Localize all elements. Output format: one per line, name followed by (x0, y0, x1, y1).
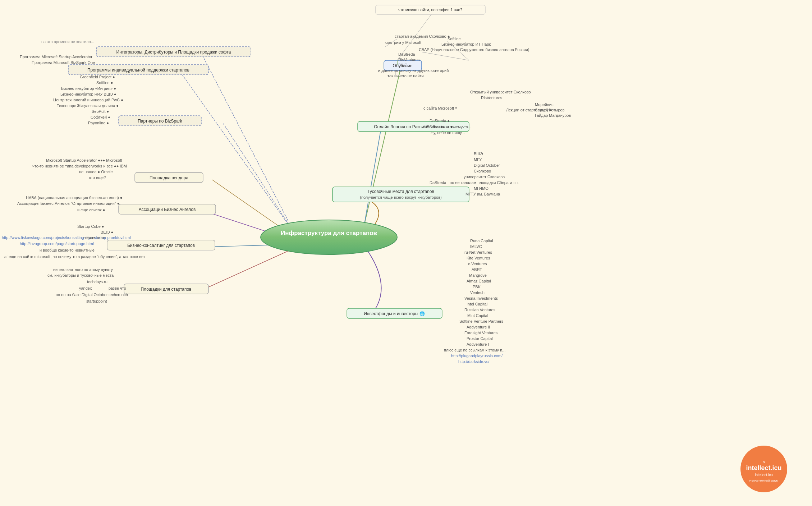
svg-text:Открытый университет Сколково: Открытый университет Сколково (470, 90, 531, 94)
svg-text:Addventure II: Addventure II (467, 325, 490, 329)
svg-text:Almaz Capital: Almaz Capital (467, 279, 491, 283)
svg-text:Greenfield Project ●: Greenfield Project ● (80, 75, 115, 79)
svg-text:Технопарк Жигулевская долина ●: Технопарк Жигулевская долина ● (57, 104, 119, 108)
svg-text:а! еще на сайте microsoft, но : а! еще на сайте microsoft, но почему-то … (4, 254, 145, 259)
svg-text:Программа Microsoft BizSpark O: Программа Microsoft BizSpark One (32, 60, 95, 65)
svg-text:Ventech: Ventech (470, 290, 485, 295)
svg-text:techcrunch: techcrunch (109, 293, 128, 297)
svg-text:плюс еще по ссылкам к этому п.: плюс еще по ссылкам к этому п... (444, 348, 505, 352)
svg-text:с сайта Microsoft =: с сайта Microsoft = (423, 106, 458, 110)
svg-text:Kite Ventures: Kite Ventures (467, 256, 490, 260)
svg-text:на это времени не хватило...: на это времени не хватило... (41, 40, 94, 44)
svg-text:ВШЭ: ВШЭ (398, 63, 407, 67)
svg-text:http://www.liskovskogo.com/pro: http://www.liskovskogo.com/projects/kons… (2, 235, 131, 240)
svg-text:Digital October: Digital October (474, 163, 500, 167)
svg-text:стартап-академия Сколково ●: стартап-академия Сколково ● (395, 34, 450, 38)
svg-text:и еще список ●: и еще список ● (77, 208, 105, 212)
svg-text:Программа Microsoft Startup Ac: Программа Microsoft Startup Accelerator (20, 55, 92, 59)
svg-text:МГТУ им. Баумана: МГТУ им. Баумана (465, 192, 500, 196)
svg-text:что можно найти, посерфив 1 ча: что можно найти, посерфив 1 час? (398, 8, 462, 12)
svg-text:Программы индивидуальной подде: Программы индивидуальной поддержки старт… (87, 68, 189, 73)
svg-text:Инфраструктура для стартапов: Инфраструктура для стартапов (281, 230, 377, 236)
svg-text:кто еще?: кто еще? (89, 175, 106, 180)
svg-text:Бизнес-инкубатор «Ингрия» ●: Бизнес-инкубатор «Ингрия» ● (61, 86, 116, 91)
svg-text:но он на базе Digital October: но он на базе Digital October (56, 293, 108, 297)
svg-text:e.Ventures: e.Ventures (468, 262, 487, 266)
svg-text:Vesna Investments: Vesna Investments (464, 296, 498, 300)
svg-text:Payonline ●: Payonline ● (88, 121, 109, 125)
svg-text:RisVentures: RisVentures (481, 96, 503, 100)
svg-text:Startup Cube ●: Startup Cube ● (77, 224, 104, 229)
svg-text:Сергей Котырев: Сергей Котырев (535, 108, 565, 112)
svg-text:Softline: Softline (448, 37, 461, 41)
svg-text:http://invogroup.com/page/star: http://invogroup.com/page/startupage.htm… (20, 242, 94, 246)
svg-text:и далее по списку из других ка: и далее по списку из других категорий (378, 68, 449, 73)
svg-text:Mint Capital: Mint Capital (467, 313, 488, 318)
svg-text:Интеграторы, Дистрибуторы и Пл: Интеграторы, Дистрибуторы и Площадки про… (116, 50, 231, 55)
svg-text:так ничего не найти: так ничего не найти (387, 74, 424, 78)
svg-text:Площадка вендора: Площадка вендора (150, 175, 188, 180)
svg-text:и вообще какие-то невнятные: и вообще какие-то невнятные (40, 248, 95, 252)
svg-text:intellect.icu: intellect.icu (755, 473, 772, 477)
svg-text:A: A (763, 460, 765, 464)
svg-text:DaStreda - по ее каналам площа: DaStreda - по ее каналам площадки Сбера … (430, 180, 519, 185)
svg-text:ABRT: ABRT (472, 267, 482, 272)
svg-text:(получается чаще всего вокруг : (получается чаще всего вокруг инкубаторо… (360, 195, 441, 199)
svg-text:ВШЭ ●: ВШЭ ● (101, 230, 113, 234)
svg-text:НАБА (национальная ассоциация : НАБА (национальная ассоциация бизнес-анг… (26, 196, 122, 200)
svg-text:DaStreda ●: DaStreda ● (430, 119, 450, 123)
svg-text:IMLVC: IMLVC (470, 244, 482, 249)
svg-text:что-то невнятное типа develope: что-то невнятное типа developerworks и в… (32, 164, 127, 168)
svg-text:Runa Capital: Runa Capital (470, 239, 493, 243)
svg-text:Russian Ventures: Russian Ventures (464, 308, 496, 312)
svg-text:Softline Venture Partners: Softline Venture Partners (459, 319, 504, 323)
svg-text:Бизнес-консалтинг для стартапо: Бизнес-консалтинг для стартапов (127, 243, 195, 248)
svg-text:Софткей ●: Софткей ● (91, 115, 110, 119)
svg-text:не нашел ● Oracle: не нашел ● Oracle (79, 170, 113, 174)
svg-text:Инвестфонды и инвесторы 🌐: Инвестфонды и инвесторы 🌐 (364, 311, 425, 316)
svg-text:MBSchool ● = почему-то...: MBSchool ● = почему-то... (423, 125, 471, 129)
svg-text:университет Сколково: университет Сколково (464, 175, 505, 179)
svg-point-58 (261, 220, 397, 254)
svg-text:СБАР (Национальное Содружество: СБАР (Национальное Содружество бизнес-ан… (419, 47, 529, 52)
svg-text:Сколково: Сколково (474, 169, 491, 173)
svg-text:Искусственный разум: Искусственный разум (749, 479, 779, 482)
svg-text:смотрим у Microsoft =: смотрим у Microsoft = (385, 40, 425, 45)
svg-text:Гайдар Магдануров: Гайдар Магдануров (535, 113, 571, 118)
svg-text:Microsoft Startup Accelerator : Microsoft Startup Accelerator ●●● Micros… (46, 158, 122, 162)
svg-text:ничего внятного по этому пункт: ничего внятного по этому пункту (53, 267, 113, 272)
svg-text:Foresight Ventures: Foresight Ventures (464, 331, 498, 335)
svg-text:Ну, себе не пишу...: Ну, себе не пишу... (431, 130, 465, 135)
svg-text:Prostor Capital: Prostor Capital (467, 336, 493, 341)
svg-text:МГИМО: МГИМО (474, 186, 488, 190)
svg-text:непонятные: непонятные (83, 235, 105, 240)
svg-text:http://plugandplayrussia.com/: http://plugandplayrussia.com/ (451, 354, 503, 358)
svg-text:Бизнес-инкубатор НИУ ВШЭ ●: Бизнес-инкубатор НИУ ВШЭ ● (60, 92, 116, 96)
svg-text:ru-Net Ventures: ru-Net Ventures (464, 250, 492, 254)
svg-text:Ассоциация Бизнес-Ангелов "Ста: Ассоциация Бизнес-Ангелов "Стартовые инв… (17, 201, 120, 206)
svg-text:intellect.icu: intellect.icu (746, 464, 781, 472)
svg-text:Площадки для стартапов: Площадки для стартапов (141, 287, 191, 292)
svg-text:Морейнис: Морейнис (535, 102, 554, 107)
svg-text:Addventure I: Addventure I (467, 342, 489, 346)
svg-text:startuppoint: startuppoint (86, 299, 107, 303)
svg-text:Mangrove: Mangrove (469, 273, 487, 277)
svg-text:Ассоциации Бизнес Ангелов: Ассоциации Бизнес Ангелов (139, 207, 196, 212)
svg-text:RisVentures: RisVentures (398, 58, 420, 62)
svg-text:PBK: PBK (473, 285, 481, 289)
svg-text:см. инкубаторы и тусовочные ме: см. инкубаторы и тусовочные места (47, 273, 114, 277)
svg-text:ВШЭ: ВШЭ (474, 152, 483, 156)
svg-text:SeoPult ●: SeoPult ● (92, 109, 109, 114)
svg-text:Партнеры по BizSpark: Партнеры по BizSpark (138, 119, 183, 124)
svg-text:yandex: yandex (79, 286, 92, 290)
svg-text:Тусовочные места для стартапов: Тусовочные места для стартапов (367, 189, 434, 194)
svg-text:http://darkside.vc/: http://darkside.vc/ (458, 359, 490, 364)
svg-text:DaStreda: DaStreda (398, 52, 415, 56)
svg-text:Центр технологий и инноваций P: Центр технологий и инноваций PwC ● (53, 98, 123, 102)
svg-text:Intel Capital: Intel Capital (467, 302, 487, 306)
svg-text:techdays.ru: techdays.ru (87, 280, 107, 284)
svg-text:МГУ: МГУ (474, 157, 482, 162)
svg-text:разве что: разве что (109, 286, 126, 290)
svg-text:Softline ●: Softline ● (96, 80, 113, 85)
